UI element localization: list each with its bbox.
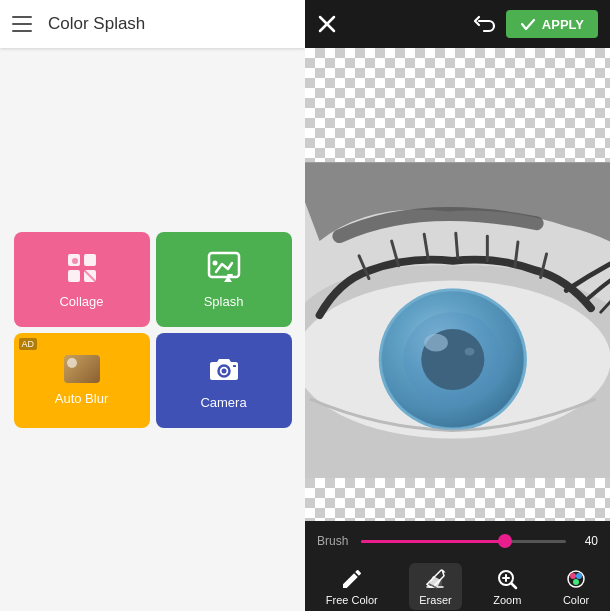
app-header: Color Splash (0, 0, 305, 48)
brush-slider-fill (361, 540, 505, 543)
undo-button[interactable] (472, 12, 496, 36)
collage-label: Collage (59, 294, 103, 309)
camera-label: Camera (200, 395, 246, 410)
svg-rect-2 (68, 270, 80, 282)
color-icon (564, 567, 588, 591)
menu-icon[interactable] (12, 16, 32, 32)
camera-item[interactable]: Camera (156, 333, 292, 428)
bottom-tabs: Free Color Eraser (305, 561, 610, 611)
apply-label: APPLY (542, 17, 584, 32)
camera-icon (206, 351, 242, 387)
brush-slider-thumb (498, 534, 512, 548)
grid-row-bottom: AD Auto Blur Camera (14, 333, 292, 428)
svg-point-4 (72, 258, 78, 264)
right-panel: APPLY (305, 0, 610, 611)
svg-point-37 (570, 573, 576, 579)
undo-icon (472, 12, 496, 36)
close-icon (317, 14, 337, 34)
checkmark-icon (520, 16, 536, 32)
tab-zoom[interactable]: Zoom (483, 563, 531, 610)
app-grid: Collage Splash AD (0, 48, 305, 611)
ad-badge: AD (19, 338, 38, 350)
autoblur-label: Auto Blur (55, 391, 108, 406)
svg-point-38 (576, 573, 582, 579)
autoblur-item[interactable]: AD Auto Blur (14, 333, 150, 428)
svg-point-10 (221, 368, 226, 373)
tab-color[interactable]: Color (553, 563, 599, 610)
splash-label: Splash (204, 294, 244, 309)
splash-icon (206, 250, 242, 286)
brush-row: Brush 40 (305, 521, 610, 561)
zoom-label: Zoom (493, 594, 521, 606)
bottom-toolbar: Brush 40 Free Color (305, 521, 610, 611)
close-button[interactable] (317, 14, 337, 34)
grid-row-top: Collage Splash (14, 232, 292, 327)
eye-image (305, 119, 610, 521)
brush-label: Brush (317, 534, 353, 548)
tab-free-color[interactable]: Free Color (316, 563, 388, 610)
eraser-icon (423, 567, 447, 591)
color-label: Color (563, 594, 589, 606)
brush-value: 40 (574, 534, 598, 548)
svg-line-25 (456, 233, 458, 258)
free-color-icon (340, 567, 364, 591)
tab-eraser[interactable]: Eraser (409, 563, 461, 610)
left-panel: Color Splash Collage (0, 0, 305, 611)
svg-point-30 (403, 312, 502, 407)
brush-slider[interactable] (361, 540, 566, 543)
svg-line-33 (512, 583, 517, 588)
collage-item[interactable]: Collage (14, 232, 150, 327)
splash-item[interactable]: Splash (156, 232, 292, 327)
eraser-label: Eraser (419, 594, 451, 606)
svg-point-7 (212, 260, 217, 265)
zoom-icon (495, 567, 519, 591)
svg-point-39 (573, 579, 579, 585)
svg-rect-11 (233, 365, 236, 367)
svg-rect-8 (227, 274, 233, 276)
right-toolbar: APPLY (305, 0, 610, 48)
canvas-area[interactable] (305, 48, 610, 521)
free-color-label: Free Color (326, 594, 378, 606)
apply-button[interactable]: APPLY (506, 10, 598, 38)
collage-icon (64, 250, 100, 286)
app-title: Color Splash (48, 14, 145, 34)
canvas-background (305, 48, 610, 521)
svg-rect-1 (84, 254, 96, 266)
